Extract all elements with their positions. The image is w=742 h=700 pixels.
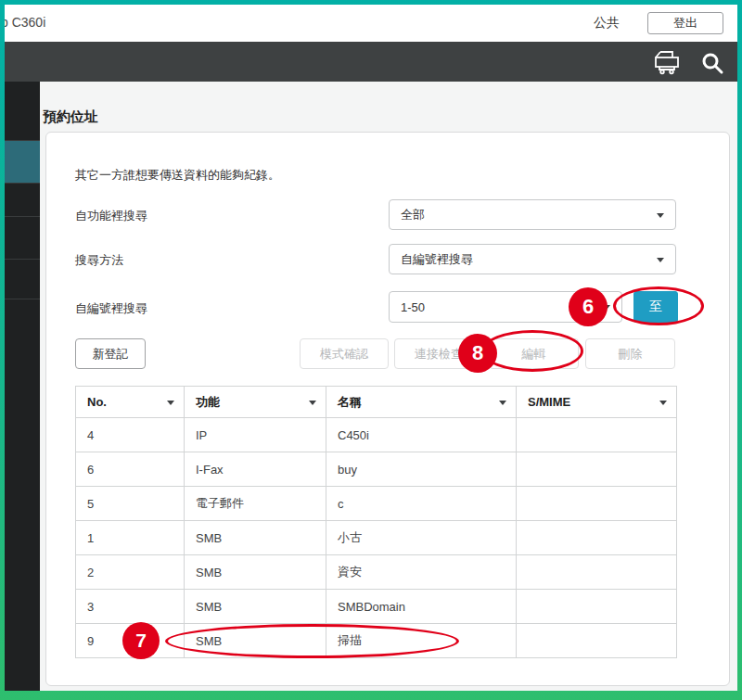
selected-value: 1-50	[401, 300, 425, 314]
search-method-select[interactable]: 自編號裡搜尋	[389, 244, 676, 274]
content-card: 其它一方誰想要傳送資料的能夠紀錄。 自功能裡搜尋 全部 搜尋方法 自編號裡搜尋 …	[45, 132, 730, 686]
sidebar	[5, 82, 40, 691]
sort-caret-icon	[167, 401, 174, 405]
column-header-smime[interactable]: S/MIME	[517, 387, 677, 418]
sidebar-item-1[interactable]	[5, 82, 40, 141]
table-row[interactable]: 4IPC450i	[76, 418, 677, 452]
connection-check-button[interactable]: 連接檢查	[394, 338, 483, 369]
address-table: No. 功能 名稱 S/MIME 4IPC450i 6I-Faxbuy 5電子郵…	[75, 386, 677, 658]
search-by-function-label: 自功能裡搜尋	[75, 208, 147, 224]
table-row[interactable]: 3SMBSMBDomain	[76, 590, 677, 624]
sidebar-item-active[interactable]	[5, 141, 40, 184]
table-row[interactable]: 1SMB小古	[76, 521, 677, 555]
table-header-row: No. 功能 名稱 S/MIME	[76, 387, 677, 418]
search-by-function-select[interactable]: 全部	[389, 199, 676, 230]
sort-caret-icon	[309, 401, 316, 405]
search-method-label: 搜尋方法	[75, 252, 123, 269]
sidebar-item-5[interactable]	[5, 260, 40, 299]
chevron-down-icon	[657, 213, 664, 218]
number-range-select[interactable]: 1-50	[389, 291, 622, 323]
page-description: 其它一方誰想要傳送資料的能夠紀錄。	[75, 167, 280, 184]
to-button[interactable]: 至	[633, 291, 678, 323]
logout-button[interactable]: 登出	[647, 12, 723, 34]
chevron-down-icon	[657, 258, 664, 262]
screenshot-frame: b C360i 公共 登出	[0, 0, 742, 700]
delete-button[interactable]: 刪除	[585, 338, 675, 369]
sidebar-item-4[interactable]	[5, 217, 40, 260]
browser-viewport: b C360i 公共 登出	[5, 5, 737, 691]
device-label: b C360i	[5, 15, 45, 30]
table-row-highlighted[interactable]: 9SMB掃描	[76, 624, 677, 658]
sort-caret-icon	[659, 401, 667, 405]
edit-button[interactable]: 編輯	[489, 338, 579, 369]
table-row[interactable]: 2SMB資安	[76, 555, 677, 590]
printer-icon[interactable]	[652, 50, 682, 79]
column-header-no[interactable]: No.	[76, 387, 185, 418]
table-row[interactable]: 6I-Faxbuy	[76, 452, 677, 487]
sort-caret-icon	[499, 401, 506, 405]
mode-check-button[interactable]: 模式確認	[300, 338, 389, 369]
table-row[interactable]: 5電子郵件c	[76, 487, 677, 521]
topbar: b C360i 公共 登出	[5, 5, 737, 42]
selected-value: 全部	[401, 207, 425, 223]
selected-value: 自編號裡搜尋	[401, 251, 473, 268]
page-title: 預約位址	[43, 108, 98, 126]
sidebar-filler	[5, 299, 40, 689]
topbar-right: 公共 登出	[594, 5, 723, 42]
navbar	[5, 42, 737, 82]
new-registration-button[interactable]: 新登記	[75, 338, 146, 369]
column-header-name[interactable]: 名稱	[326, 387, 517, 418]
search-by-number-label: 自編號裡搜尋	[75, 300, 147, 317]
sidebar-item-3[interactable]	[5, 184, 40, 217]
search-icon[interactable]	[700, 51, 724, 79]
chevron-down-icon	[603, 305, 610, 310]
column-header-function[interactable]: 功能	[185, 387, 326, 418]
user-label: 公共	[594, 15, 620, 32]
